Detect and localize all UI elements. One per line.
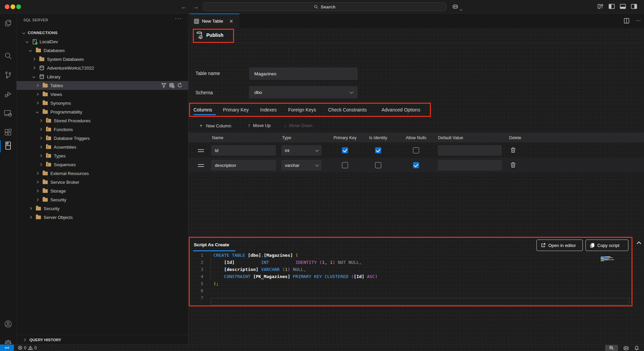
chevron-right-icon bbox=[36, 190, 39, 192]
chevron-down-icon bbox=[22, 31, 25, 34]
tree-item-views[interactable]: Views bbox=[17, 90, 188, 99]
tree-item-server-objects[interactable]: Server Objects bbox=[17, 213, 188, 222]
tree-item-synonyms[interactable]: Synonyms bbox=[17, 99, 188, 107]
minimize-window-button[interactable] bbox=[10, 4, 15, 9]
grid-header-allow-nulls: Allow Nulls bbox=[389, 133, 443, 143]
grid-header-delete: Delete bbox=[488, 133, 542, 143]
default-value-input[interactable] bbox=[438, 145, 502, 155]
tabs-annotation-box bbox=[189, 103, 431, 117]
toggle-panel-icon[interactable] bbox=[620, 3, 627, 10]
tree-item-sequences[interactable]: Sequences bbox=[17, 160, 188, 169]
tree-item-tables[interactable]: Tables bbox=[17, 81, 188, 90]
search-icon[interactable] bbox=[3, 50, 14, 61]
tree-item-storage[interactable]: Storage bbox=[17, 186, 188, 195]
chevron-down-icon bbox=[315, 148, 319, 152]
customize-layout-icon[interactable] bbox=[597, 3, 605, 10]
chevron-right-icon bbox=[39, 163, 42, 166]
is-identity-checkbox[interactable] bbox=[375, 162, 381, 168]
tree-item-assemblies[interactable]: Assemblies bbox=[17, 143, 188, 151]
refresh-icon[interactable] bbox=[177, 83, 182, 88]
tree-item-system-databases[interactable]: System Databases bbox=[17, 55, 188, 64]
problems-indicator[interactable]: 0 0 bbox=[18, 346, 37, 350]
chevron-right-icon bbox=[32, 58, 35, 60]
notifications-bell-icon[interactable] bbox=[634, 345, 639, 351]
folder-icon bbox=[43, 84, 48, 87]
delete-trash-icon[interactable] bbox=[510, 162, 516, 168]
title-bar: ← → Search bbox=[0, 0, 644, 14]
tree-item-security[interactable]: Security bbox=[17, 195, 188, 204]
copilot-status-icon[interactable] bbox=[623, 345, 629, 351]
folder-icon bbox=[46, 163, 51, 167]
accounts-icon[interactable] bbox=[3, 319, 14, 329]
tree-item-label: LocalDev bbox=[40, 39, 58, 44]
tab-close-icon[interactable]: ✕ bbox=[229, 19, 233, 24]
tree-item-security[interactable]: Security bbox=[17, 204, 188, 213]
tree-item-connections[interactable]: CONNECTIONS bbox=[17, 28, 188, 37]
copilot-chevron-icon[interactable] bbox=[460, 6, 462, 12]
move-down-button[interactable]: ↓ Move Down bbox=[284, 123, 313, 128]
column-name-input[interactable]: Id bbox=[211, 145, 276, 155]
schema-dropdown[interactable]: dbo bbox=[249, 86, 358, 98]
is-identity-checkbox[interactable] bbox=[375, 147, 381, 153]
nav-forward-icon[interactable]: → bbox=[193, 3, 199, 10]
arrow-down-icon: ↓ bbox=[284, 123, 286, 128]
close-window-button[interactable] bbox=[5, 4, 9, 9]
column-type-dropdown[interactable]: int bbox=[281, 145, 321, 155]
toggle-primary-sidebar-icon[interactable] bbox=[608, 3, 616, 10]
drag-handle[interactable] bbox=[198, 149, 204, 150]
folder-icon bbox=[43, 110, 48, 114]
query-history-section[interactable]: QUERY HISTORY bbox=[17, 335, 188, 344]
tree-item-databases[interactable]: Databases bbox=[17, 46, 188, 55]
sidebar-more-actions-icon[interactable]: ··· bbox=[175, 16, 182, 22]
tree-item-service-broker[interactable]: Service Broker bbox=[17, 178, 188, 186]
zoom-window-button[interactable] bbox=[16, 4, 21, 9]
primary-key-checkbox[interactable] bbox=[342, 147, 348, 153]
tree-item-library[interactable]: Library bbox=[17, 72, 188, 81]
tab-new-table[interactable]: New Table ✕ bbox=[189, 14, 239, 28]
chevron-down-icon bbox=[32, 75, 35, 78]
filter-icon[interactable] bbox=[161, 83, 166, 88]
split-editor-icon[interactable] bbox=[624, 18, 629, 24]
table-name-input[interactable]: Magazines bbox=[249, 68, 358, 80]
extensions-icon[interactable] bbox=[3, 127, 14, 138]
run-debug-icon[interactable] bbox=[3, 89, 14, 100]
explorer-icon[interactable] bbox=[3, 18, 14, 29]
zoom-status-button[interactable] bbox=[605, 345, 618, 351]
chevron-right-icon bbox=[39, 137, 42, 140]
toggle-secondary-sidebar-icon[interactable] bbox=[631, 3, 638, 10]
tree-item-types[interactable]: Types bbox=[17, 151, 188, 160]
move-up-button[interactable]: ↑ Move Up bbox=[248, 123, 271, 128]
grid-header-type: Type bbox=[282, 133, 291, 143]
allow-nulls-checkbox[interactable] bbox=[413, 162, 419, 168]
grid-header-name: Name bbox=[212, 133, 223, 143]
new-column-button[interactable]: ＋ New Column bbox=[199, 123, 231, 129]
tree-item-localdev[interactable]: LocalDev bbox=[17, 37, 188, 46]
delete-trash-icon[interactable] bbox=[510, 147, 516, 153]
primary-key-checkbox[interactable] bbox=[342, 162, 348, 168]
tree-item-adventureworkslt2022[interactable]: AdventureWorksLT2022 bbox=[17, 64, 188, 72]
source-control-icon[interactable] bbox=[3, 70, 14, 80]
remote-explorer-icon[interactable] bbox=[3, 108, 14, 119]
allow-nulls-checkbox[interactable] bbox=[413, 147, 419, 153]
chevron-right-icon bbox=[36, 198, 39, 201]
remote-indicator[interactable]: >< bbox=[0, 345, 14, 351]
collapse-panel-chevron-icon[interactable] bbox=[636, 240, 642, 246]
connected-dot bbox=[35, 42, 38, 45]
drag-handle[interactable] bbox=[198, 164, 204, 165]
nav-back-icon[interactable]: ← bbox=[181, 3, 187, 10]
new-table-icon[interactable] bbox=[169, 83, 175, 88]
tree-item-functions[interactable]: Functions bbox=[17, 125, 188, 134]
copilot-icon[interactable] bbox=[452, 3, 459, 10]
column-type-dropdown[interactable]: varchar bbox=[281, 160, 321, 170]
editor-more-actions-icon[interactable]: ⋯ bbox=[636, 18, 641, 24]
tree-item-database-triggers[interactable]: Database Triggers bbox=[17, 134, 188, 143]
sql-server-icon[interactable] bbox=[3, 140, 14, 151]
tree-item-external-resources[interactable]: External Resources bbox=[17, 169, 188, 178]
folder-icon bbox=[43, 189, 48, 193]
tree-item-programmability[interactable]: Programmability bbox=[17, 107, 188, 116]
column-name-input[interactable]: description bbox=[211, 160, 276, 170]
command-center-search[interactable]: Search bbox=[203, 2, 446, 11]
tree-item-label: Security bbox=[50, 197, 66, 202]
default-value-input[interactable] bbox=[438, 160, 502, 170]
tree-item-stored-procedures[interactable]: Stored Procedures bbox=[17, 116, 188, 125]
